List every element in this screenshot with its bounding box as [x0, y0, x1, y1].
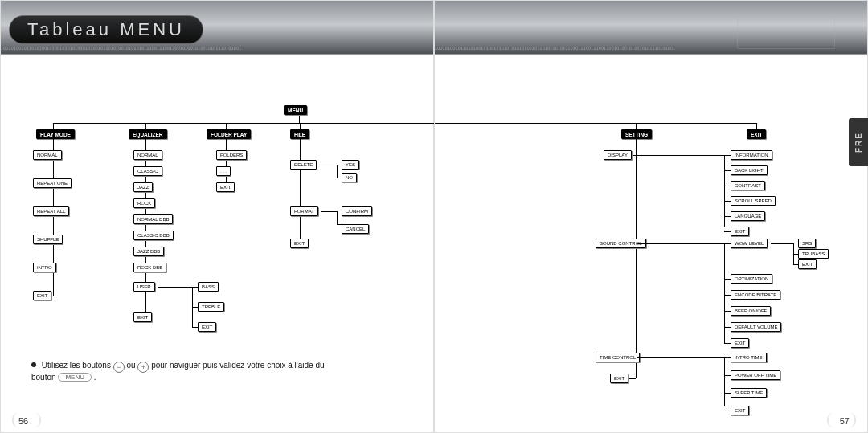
line: [299, 116, 300, 123]
line: [337, 165, 338, 178]
bullet-icon: [31, 362, 36, 367]
tc-intro: INTRO TIME: [731, 353, 767, 362]
line: [636, 139, 637, 378]
eq-jazz: JAZZ: [133, 182, 153, 192]
eq-jazzdbb: JAZZ DBB: [133, 247, 164, 256]
line: [158, 287, 192, 288]
line: [337, 211, 338, 224]
line: [793, 254, 798, 255]
disp-backlight: BACK LIGHT: [731, 165, 768, 175]
binary-strip: 1001010010110101001010010101010101010010…: [1, 44, 433, 52]
line: [724, 327, 731, 328]
eq-treble: TREBLE: [198, 302, 224, 312]
disp-exit: EXIT: [731, 227, 749, 236]
eq-user: USER: [133, 282, 155, 292]
eq-bass: BASS: [198, 282, 219, 292]
page-number-right: 57: [840, 416, 850, 426]
line: [636, 123, 637, 129]
menu-equalizer: EQUALIZER: [129, 129, 167, 139]
line: [145, 123, 146, 129]
hint-post2: bouton: [31, 373, 56, 382]
page-title-pill: Tableau MENU: [9, 15, 203, 44]
hint-post: pour naviguer puis validez votre choix à…: [151, 361, 324, 370]
line: [226, 139, 227, 187]
file-cancel: CANCEL: [342, 224, 369, 234]
eq-uexit: EXIT: [198, 322, 216, 332]
pm-shuffle: SHUFFLE: [33, 235, 63, 244]
line: [724, 411, 731, 411]
line: [53, 139, 54, 296]
eq-classicdbb: CLASSIC DBB: [133, 231, 174, 240]
tc-poweroff: POWER OFF TIME: [731, 370, 780, 380]
line: [637, 155, 724, 156]
file-format: FORMAT: [290, 206, 318, 216]
wow-trubass: TRUBASS: [798, 249, 829, 259]
line: [337, 224, 342, 225]
line: [192, 287, 198, 288]
file-exit: EXIT: [290, 239, 309, 248]
page-left: Tableau MENU 100101001011010100101001010…: [0, 0, 434, 433]
file-no: NO: [342, 173, 357, 182]
sc-volume: DEFAULT VOLUME: [731, 322, 781, 332]
fp-folders: FOLDERS: [216, 150, 247, 160]
line: [724, 295, 731, 296]
fp-exit: EXIT: [216, 182, 235, 192]
hint-pre: Utilisez les boutons: [42, 361, 111, 370]
line: [724, 357, 725, 406]
side-tab-text: FRE: [854, 132, 863, 153]
page-number-left: 56: [18, 416, 28, 426]
pm-repeatone: REPEAT ONE: [33, 178, 72, 188]
eq-normaldbb: NORMAL DBB: [133, 214, 173, 224]
line: [192, 307, 198, 308]
tc-sleep: SLEEP TIME: [731, 388, 767, 398]
menu-file: FILE: [290, 129, 309, 139]
menu-folderplay: FOLDER PLAY: [207, 129, 251, 139]
menu-pill: MENU: [58, 373, 92, 382]
wow-srs: SRS: [798, 239, 816, 248]
line: [724, 357, 731, 358]
eq-rockdbb: ROCK DBB: [133, 263, 166, 272]
line: [321, 211, 337, 212]
disp-contrast: CONTRAST: [731, 181, 765, 190]
pm-repeatall: REPEAT ALL: [33, 206, 69, 216]
binary-strip: 1001010010110101001010010101010101010010…: [435, 44, 867, 52]
line: [637, 243, 724, 244]
fp-dots: . . .: [216, 166, 231, 176]
setting-display: DISPLAY: [604, 150, 632, 160]
line: [724, 243, 725, 343]
minus-icon: −: [113, 362, 125, 373]
line: [300, 123, 301, 129]
line: [637, 357, 724, 358]
banner-deco-shape: [737, 7, 835, 49]
line: [771, 243, 793, 244]
line: [724, 279, 731, 280]
hint-mid: ou: [127, 361, 136, 370]
header-banner: Tableau MENU 100101001011010100101001010…: [1, 1, 433, 55]
line: [300, 139, 301, 243]
line: [321, 165, 337, 165]
sc-opt: OPTIMIZATION: [731, 274, 772, 284]
pm-normal: NORMAL: [33, 150, 62, 160]
menu-root: MENU: [284, 105, 307, 115]
line: [53, 123, 54, 129]
header-banner-right: 1001010010110101001010010101010101010010…: [435, 1, 867, 55]
sc-wow: WOW LEVEL: [731, 239, 768, 248]
sc-encode: ENCODE BITRATE: [731, 290, 780, 300]
language-side-tab: FRE: [849, 118, 868, 166]
sc-beep: BEEP ON/OFF: [731, 306, 771, 316]
eq-classic: CLASSIC: [133, 166, 162, 176]
hint-text: Utilisez les boutons − ou + pour navigue…: [31, 361, 401, 382]
line: [724, 201, 731, 202]
menu-playmode: PLAY MODE: [36, 129, 75, 139]
line: [226, 123, 227, 129]
menu-setting: SETTING: [621, 129, 652, 139]
file-delete: DELETE: [290, 160, 317, 170]
line: [724, 231, 731, 232]
line: [724, 375, 731, 376]
disp-scrollspeed: SCROLL SPEED: [731, 196, 776, 206]
line: [724, 311, 731, 312]
eq-rock: ROCK: [133, 198, 155, 208]
setting-time: TIME CONTROL: [596, 353, 640, 362]
line: [435, 123, 756, 124]
wow-exit: EXIT: [798, 259, 817, 269]
